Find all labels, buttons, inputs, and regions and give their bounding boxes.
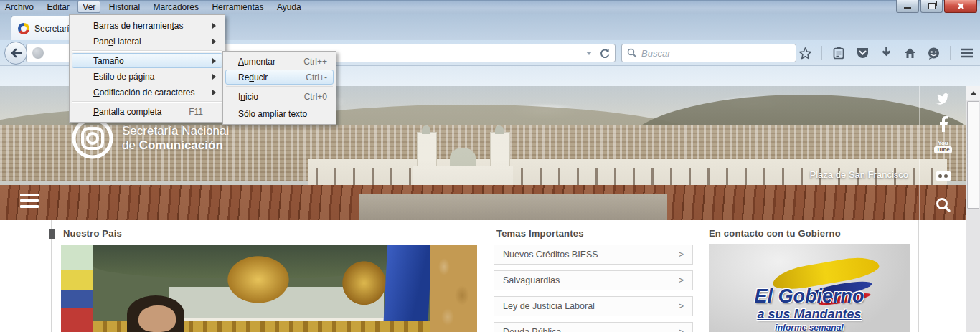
urlbar-dropdown-icon[interactable]: [586, 52, 592, 55]
close-icon: [957, 2, 965, 10]
app-menu-button[interactable]: [960, 46, 974, 60]
hamburger-icon: [20, 194, 39, 196]
list-item-justicia-laboral[interactable]: Ley de Justicia Laboral >: [494, 296, 693, 316]
bookmark-star-button[interactable]: [798, 46, 812, 60]
scrollbar-up-button[interactable]: [966, 86, 980, 100]
page-content: Secretaría Nacional de Comunicación Plaz…: [0, 86, 980, 332]
toolbar-separator: [821, 46, 822, 60]
list-item-label: Salvaguardias: [503, 275, 560, 285]
home-button[interactable]: [903, 46, 917, 60]
menuitem-tamano[interactable]: Tamaño: [72, 53, 222, 68]
menuitem-aumentar[interactable]: Aumentar Ctrl++: [225, 54, 334, 69]
submenu-arrow-icon: [212, 74, 216, 80]
site-identity-globe-icon[interactable]: [32, 47, 44, 59]
site-logo-text: Secretaría Nacional de Comunicación: [122, 124, 229, 153]
search-bar[interactable]: [621, 44, 796, 62]
site-favicon: [18, 23, 29, 34]
youtube-icon: Tube: [934, 146, 952, 153]
search-input[interactable]: [640, 47, 796, 60]
search-icon: [935, 196, 952, 214]
submenu-arrow-icon: [212, 39, 216, 44]
smiley-bubble-icon: [927, 47, 941, 60]
minimize-button[interactable]: [896, 0, 919, 13]
list-item-salvaguardias[interactable]: Salvaguardias >: [494, 270, 693, 290]
pocket-icon: [856, 47, 870, 60]
menuitem-shortcut: Ctrl++: [303, 57, 327, 67]
menuitem-reducir[interactable]: Reducir Ctrl+-: [225, 70, 334, 85]
chevron-right-icon: >: [679, 327, 684, 332]
menuitem-estilo-pagina[interactable]: Estilo de página: [72, 69, 222, 84]
section-title-temas: Temas Importantes: [496, 228, 584, 239]
submenu-arrow-icon: [212, 58, 216, 64]
photo-blue-flag: [383, 245, 432, 332]
list-item-creditos-biess[interactable]: Nuevos Créditos BIESS >: [494, 245, 693, 265]
list-item-label: Nuevos Créditos BIESS: [503, 250, 598, 260]
section-marker: [49, 229, 55, 239]
photo-ecuador-banner: [61, 245, 93, 332]
zoom-submenu-popup: Aumentar Ctrl++ Reducir Ctrl+- Inicio Ct…: [222, 51, 336, 125]
pocket-button[interactable]: [855, 46, 870, 60]
twitter-icon: [936, 92, 951, 105]
menu-ver[interactable]: Ver: [77, 1, 100, 13]
flickr-button[interactable]: [920, 171, 966, 181]
menu-marcadores[interactable]: Marcadores: [149, 1, 204, 13]
menuitem-codificacion[interactable]: Codificación de caracteres: [72, 85, 222, 100]
site-logo[interactable]: Secretaría Nacional de Comunicación: [72, 118, 229, 159]
sidebar-divider: [924, 191, 962, 191]
menu-separator: [72, 101, 222, 103]
restore-button[interactable]: [920, 0, 943, 13]
search-icon: [627, 48, 637, 58]
menu-ayuda[interactable]: Ayuda: [272, 1, 306, 13]
hamburger-icon: [961, 48, 974, 58]
star-icon: [798, 47, 812, 60]
back-button[interactable]: [4, 42, 27, 65]
chevron-right-icon: >: [679, 275, 684, 285]
photo-wallpaper: [430, 245, 477, 332]
scrollbar[interactable]: [966, 86, 980, 332]
home-icon: [903, 47, 917, 60]
reload-button[interactable]: [599, 48, 611, 60]
browser-window: Archivo Editar Ver Historial Marcadores …: [0, 0, 980, 332]
menu-herramientas[interactable]: Herramientas: [207, 1, 268, 13]
secom-emblem-icon: [72, 118, 113, 159]
hello-chat-button[interactable]: [926, 46, 941, 60]
menuitem-panel-lateral[interactable]: Panel lateral: [72, 34, 222, 49]
back-arrow-icon: [9, 47, 22, 59]
toolbar-icons: [798, 44, 974, 62]
scrollbar-thumb[interactable]: [967, 101, 979, 209]
banner-title: El Gobierno: [709, 285, 910, 308]
submenu-arrow-icon: [212, 23, 216, 29]
window-controls: [896, 0, 977, 13]
twitter-button[interactable]: [920, 92, 966, 105]
menuitem-pantalla-completa[interactable]: Pantalla completa F11: [72, 104, 222, 119]
site-menu-button[interactable]: [20, 194, 39, 209]
menu-historial[interactable]: Historial: [104, 1, 145, 13]
hamburger-icon: [20, 205, 39, 208]
photo-caption: Plaza de San Francisco: [810, 169, 908, 180]
menuitem-barras-herramientas[interactable]: Barras de herramientas: [72, 18, 222, 33]
menu-archivo[interactable]: Archivo: [0, 1, 39, 13]
banner-tagline: informe semanal: [709, 323, 910, 332]
downloads-button[interactable]: [879, 46, 893, 60]
bookmarks-menu-button[interactable]: [831, 46, 846, 60]
chevron-right-icon: >: [679, 250, 684, 260]
list-item-deuda-publica[interactable]: Deuda Pública >: [494, 322, 693, 332]
gobierno-banner[interactable]: El Gobierno a sus Mandantes informe sema…: [709, 244, 910, 332]
download-arrow-icon: [880, 47, 892, 60]
close-button[interactable]: [944, 0, 977, 13]
facebook-button[interactable]: [920, 116, 966, 132]
reload-icon: [599, 48, 611, 60]
menu-separator: [226, 86, 333, 87]
hamburger-icon: [20, 199, 39, 202]
youtube-button[interactable]: You Tube: [920, 141, 966, 153]
section-title-contacto: En contacto con tu Gobierno: [709, 228, 841, 239]
photo-person-face: [138, 305, 176, 332]
menu-editar[interactable]: Editar: [42, 1, 74, 13]
menuitem-solo-ampliar-texto[interactable]: Sólo ampliar texto: [225, 106, 334, 121]
nuestro-pais-photo[interactable]: [61, 245, 477, 332]
logo-line2: de Comunicación: [122, 138, 229, 153]
toolbar-separator: [950, 46, 951, 60]
restore-icon: [928, 3, 936, 9]
menuitem-inicio[interactable]: Inicio Ctrl+0: [225, 89, 334, 104]
site-search-button[interactable]: [920, 196, 966, 214]
